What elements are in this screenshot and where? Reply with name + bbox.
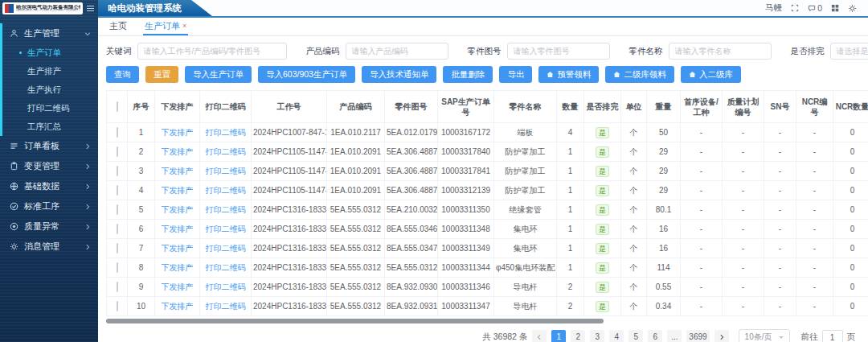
print-link[interactable]: 打印二维码 [206,147,246,156]
page-button[interactable]: 3699 [686,330,709,342]
sidebar-item[interactable]: 质量异常 [0,216,98,237]
cell-qty: 1 [557,220,584,239]
table-row: 5下发排产打印二维码2024HPC1316-1833-25EA.555.0312… [107,200,868,220]
print-link[interactable]: 打印二维码 [206,128,246,137]
导入生产订单-button[interactable]: 导入生产订单 [185,66,252,83]
filter-input[interactable] [137,43,287,60]
scheduled-badge: 是 [596,166,609,177]
入二级库-button[interactable]: 入二级库 [681,66,741,83]
预警领料-button[interactable]: 预警领料 [538,66,599,83]
cell-sn: - [764,181,796,200]
cell-first_device: - [681,162,723,181]
dispatch-link[interactable]: 下发排产 [162,128,194,137]
row-checkbox[interactable] [117,224,118,234]
sidebar-item[interactable]: 标准工序 [0,196,98,216]
row-checkbox[interactable] [117,127,118,138]
row-checkbox[interactable] [117,204,118,215]
cell-select [107,142,128,162]
导入技术通知单-button[interactable]: 导入技术通知单 [362,66,437,83]
filter-select[interactable]: 请选择是否排完 [830,43,868,60]
apps-grid-icon[interactable] [831,4,839,12]
prev-page-button[interactable] [532,330,547,342]
重置-button[interactable]: 重置 [145,66,178,83]
print-link[interactable]: 打印二维码 [206,225,246,233]
print-link[interactable]: 打印二维码 [206,167,246,175]
goto-page-input[interactable] [822,330,843,342]
page-button[interactable]: 6 [648,330,662,342]
column-header: SN号 [764,91,796,123]
cell-qty: 1 [557,181,584,200]
select-all-checkbox[interactable] [117,101,118,112]
dispatch-link[interactable]: 下发排产 [162,147,194,156]
username[interactable]: 马幔 [765,2,782,14]
collapse-sidebar-icon[interactable] [86,4,95,13]
dispatch-link[interactable]: 下发排产 [162,225,194,233]
close-icon[interactable]: × [182,23,186,30]
page-button[interactable]: 3 [590,330,604,342]
print-link[interactable]: 打印二维码 [206,244,246,253]
sidebar-subitem[interactable]: 工序汇总 [0,117,98,136]
page-button[interactable]: 4 [609,330,624,342]
导出-button[interactable]: 导出 [499,66,532,83]
sidebar-item-label: 生产管理 [24,27,59,39]
page-button[interactable]: 2 [571,330,585,342]
sidebar-item[interactable]: 订单看板 [0,136,98,156]
row-checkbox[interactable] [117,185,118,196]
二级库领料-button[interactable]: 二级库领料 [605,66,674,83]
next-page-button[interactable] [714,330,729,342]
导入603/903生产订单-button[interactable]: 导入603/903生产订单 [258,66,355,83]
tab-item[interactable]: 生产订单× [143,20,188,35]
page-size-value: 10条/页 [745,332,772,342]
print-link[interactable]: 打印二维码 [206,302,246,311]
settings-gear-icon[interactable] [848,4,857,13]
sidebar-item[interactable]: 生产管理 [0,23,98,43]
row-checkbox[interactable] [117,282,118,292]
cell-scheduled: 是 [584,181,621,200]
messages-icon[interactable]: 0 [808,3,822,13]
horizontal-scrollbar-thumb[interactable] [106,319,604,323]
dispatch-link[interactable]: 下发排产 [162,167,194,175]
page-button[interactable]: 5 [628,330,643,342]
print-link[interactable]: 打印二维码 [206,205,246,214]
sidebar-subitem[interactable]: 生产执行 [0,80,98,99]
cell-dispatch: 下发排产 [155,200,200,220]
sidebar-item[interactable]: 变更管理 [0,156,98,176]
filter-input[interactable] [346,43,448,60]
cell-weight: 16 [647,239,681,258]
dispatch-link[interactable]: 下发排产 [162,244,194,253]
cell-unit: 个 [621,278,647,297]
row-checkbox[interactable] [117,243,118,253]
page-button[interactable]: 1 [551,330,566,342]
sidebar-item[interactable]: 基础数据 [0,176,98,196]
dispatch-link[interactable]: 下发排产 [162,282,194,291]
sidebar-subitem[interactable]: 生产排产 [0,62,98,80]
查询-button[interactable]: 查询 [106,66,139,83]
print-link[interactable]: 打印二维码 [206,282,246,291]
cell-part_no: 5EA.012.0179 [385,123,438,142]
dispatch-link[interactable]: 下发排产 [162,186,194,195]
sidebar-item[interactable]: 消息管理 [0,237,98,257]
sidebar-subitem[interactable]: 打印二维码 [0,99,98,117]
filter-input[interactable] [669,43,772,60]
row-checkbox[interactable] [117,262,118,273]
more-pages-button[interactable]: ... [667,330,682,342]
row-checkbox[interactable] [117,301,118,311]
tab-item[interactable]: 主页 [108,20,129,35]
cell-product_code: 1EA.010.2091 [327,162,385,181]
page-size-select[interactable]: 10条/页 [739,329,790,342]
sidebar-subitem[interactable]: 生产订单 [0,43,98,62]
cell-sn: - [764,297,796,316]
filter-input[interactable] [507,43,610,60]
cell-seq: 2 [128,142,155,162]
cell-qty: 1 [557,142,584,162]
批量删除-button[interactable]: 批量删除 [443,66,493,83]
scheduled-badge: 是 [596,301,609,312]
row-checkbox[interactable] [117,166,118,176]
print-link[interactable]: 打印二维码 [206,186,246,195]
row-checkbox[interactable] [117,146,118,157]
dispatch-link[interactable]: 下发排产 [162,205,194,214]
fullscreen-icon[interactable] [791,4,799,12]
print-link[interactable]: 打印二维码 [206,263,246,272]
dispatch-link[interactable]: 下发排产 [162,302,194,311]
dispatch-link[interactable]: 下发排产 [162,263,194,272]
